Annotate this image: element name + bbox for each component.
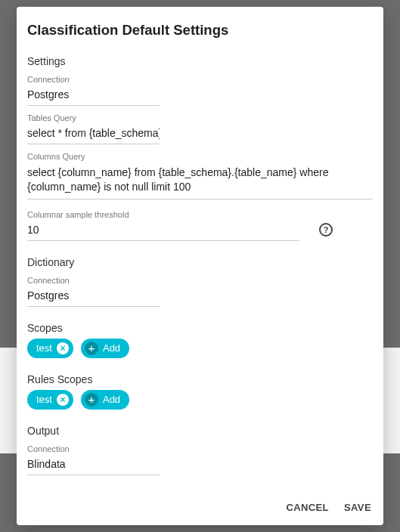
rules-scope-chip-label: test bbox=[36, 394, 52, 405]
section-settings: Settings bbox=[27, 55, 373, 67]
columnar-threshold-label: Columnar sample threshold bbox=[27, 210, 373, 219]
classification-settings-dialog: Classification Default Settings Settings… bbox=[17, 7, 383, 525]
add-scope-label: Add bbox=[103, 342, 120, 354]
scopes-chip-row: test × + Add bbox=[27, 339, 373, 358]
dictionary-connection-label: Connection bbox=[27, 276, 373, 285]
plus-icon: + bbox=[85, 393, 98, 407]
cancel-button[interactable]: CANCEL bbox=[286, 502, 329, 513]
section-scopes: Scopes bbox=[27, 322, 373, 334]
dialog-actions: CANCEL SAVE bbox=[17, 491, 383, 525]
close-icon[interactable]: × bbox=[57, 342, 69, 354]
close-icon[interactable]: × bbox=[57, 394, 69, 406]
columnar-threshold-field: Columnar sample threshold ? bbox=[27, 210, 373, 241]
settings-connection-input[interactable] bbox=[27, 85, 160, 106]
tables-query-label: Tables Query bbox=[27, 113, 373, 122]
rules-scope-chip[interactable]: test × bbox=[27, 390, 73, 410]
section-dictionary: Dictionary bbox=[27, 256, 373, 268]
rules-scopes-chip-row: test × + Add bbox=[27, 390, 373, 410]
section-output: Output bbox=[27, 425, 373, 437]
scope-chip[interactable]: test × bbox=[27, 339, 73, 358]
output-connection-label: Connection bbox=[27, 444, 373, 453]
scope-chip-label: test bbox=[36, 342, 52, 354]
columns-query-label: Columns Query bbox=[27, 152, 373, 161]
add-scope-button[interactable]: + Add bbox=[81, 339, 129, 358]
output-connection-field: Connection bbox=[27, 444, 373, 475]
plus-icon: + bbox=[85, 342, 98, 355]
help-icon[interactable]: ? bbox=[319, 223, 333, 237]
dictionary-connection-input[interactable] bbox=[27, 286, 160, 307]
columns-query-input[interactable] bbox=[27, 162, 373, 200]
columnar-threshold-input[interactable] bbox=[27, 221, 299, 241]
output-connection-input[interactable] bbox=[27, 455, 160, 475]
settings-connection-field: Connection bbox=[27, 75, 373, 106]
dialog-body: Settings Connection Tables Query Columns… bbox=[17, 45, 383, 491]
save-button[interactable]: SAVE bbox=[344, 502, 371, 513]
add-rules-scope-label: Add bbox=[103, 394, 120, 405]
add-rules-scope-button[interactable]: + Add bbox=[81, 390, 129, 410]
section-rules-scopes: Rules Scopes bbox=[27, 373, 373, 385]
dialog-title: Classification Default Settings bbox=[17, 7, 383, 45]
columns-query-field: Columns Query bbox=[27, 152, 373, 203]
settings-connection-label: Connection bbox=[27, 75, 373, 84]
tables-query-field: Tables Query bbox=[27, 113, 373, 144]
dictionary-connection-field: Connection bbox=[27, 276, 373, 307]
tables-query-input[interactable] bbox=[27, 124, 160, 144]
